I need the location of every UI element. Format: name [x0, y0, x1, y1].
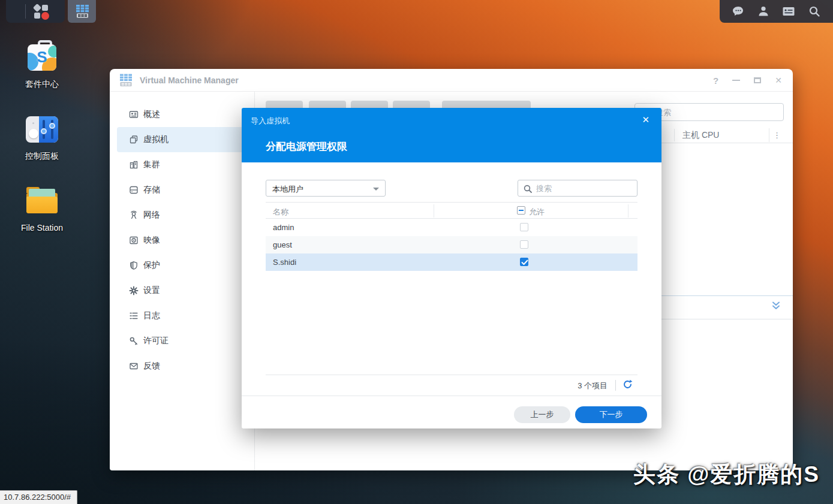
search-icon[interactable] — [808, 5, 821, 18]
permissions-table: 名称 允许 admin guest S.shidi — [266, 202, 637, 271]
taskbar-tray — [720, 0, 833, 23]
sidebar-label: 保护 — [143, 260, 160, 271]
column-host-cpu[interactable]: 主机 CPU — [682, 130, 719, 141]
table-row-admin[interactable]: admin — [266, 219, 637, 236]
launcher-square — [42, 5, 48, 11]
envelope-icon — [129, 361, 139, 371]
image-icon — [129, 236, 139, 245]
log-list-icon — [129, 311, 139, 321]
table-row-guest[interactable]: guest — [266, 236, 637, 253]
sidebar-label: 存储 — [143, 185, 160, 195]
user-name: guest — [273, 240, 292, 249]
table-row-sshidi[interactable]: S.shidi — [266, 253, 637, 271]
app-launcher-icon[interactable] — [34, 4, 49, 20]
dialog-step-heading: 分配电源管理权限 — [266, 140, 347, 153]
cluster-icon — [129, 160, 139, 170]
taskbar-divider — [25, 4, 26, 19]
column-divider — [674, 129, 675, 141]
sidebar-item-image[interactable]: 映像 — [110, 228, 254, 253]
allow-checkbox-unchecked[interactable] — [520, 223, 528, 231]
virtual-machine-icon — [129, 135, 139, 144]
back-button[interactable]: 上一步 — [514, 406, 570, 423]
allow-checkbox-checked[interactable] — [520, 258, 528, 266]
sidebar-item-settings[interactable]: 设置 — [110, 278, 254, 303]
next-button[interactable]: 下一步 — [575, 406, 647, 423]
package-center-icon: S — [25, 40, 59, 74]
dialog-footer-divider — [242, 396, 661, 396]
dialog-search-input[interactable] — [536, 181, 635, 195]
expand-chevrons-icon[interactable] — [771, 301, 781, 310]
sidebar-label: 日志 — [143, 310, 160, 321]
control-panel-icon — [25, 111, 59, 146]
footer-separator — [615, 380, 616, 391]
sidebar-item-overview[interactable]: 概述 — [110, 102, 254, 127]
sidebar-label: 虚拟机 — [143, 134, 169, 145]
close-window-button[interactable]: ✕ — [775, 76, 782, 85]
column-allow[interactable]: 允许 — [529, 207, 545, 218]
chat-icon[interactable] — [732, 5, 745, 18]
sidebar-label: 概述 — [143, 109, 160, 120]
dialog-search-box — [518, 180, 637, 197]
taskbar-left-group — [6, 0, 65, 23]
user-name: S.shidi — [273, 258, 296, 267]
key-icon — [129, 336, 139, 346]
table-header-row: 名称 允许 — [266, 202, 637, 219]
desktop-icon-package-center[interactable]: S 套件中心 — [6, 40, 78, 90]
desktop-icon-label: 控制面板 — [6, 151, 78, 162]
allow-all-checkbox-indeterminate[interactable] — [517, 206, 525, 215]
sidebar-item-storage[interactable]: 存储 — [110, 177, 254, 203]
sidebar-label: 反馈 — [143, 361, 160, 372]
dialog-close-icon[interactable]: ✕ — [642, 114, 649, 125]
watermark-text: 头条 @爱折腾的S — [633, 460, 820, 490]
column-divider — [628, 204, 628, 218]
sidebar-label: 集群 — [143, 159, 160, 170]
column-menu-icon[interactable]: ⋮ — [769, 128, 784, 142]
sidebar-label: 网络 — [143, 210, 160, 221]
maximize-button[interactable] — [754, 77, 761, 83]
sidebar-item-network[interactable]: 网络 — [110, 203, 254, 228]
dialog-title: 导入虚拟机 — [251, 116, 290, 126]
chevron-down-icon — [373, 188, 379, 191]
dialog-header: 导入虚拟机 ✕ 分配电源管理权限 — [242, 108, 661, 162]
shield-icon — [129, 261, 139, 270]
widgets-icon[interactable] — [781, 5, 796, 18]
search-icon — [523, 184, 533, 194]
item-count: 3 个项目 — [578, 381, 608, 391]
minimize-button[interactable] — [732, 80, 740, 81]
sidebar-item-cluster[interactable]: 集群 — [110, 152, 254, 177]
user-icon[interactable] — [757, 5, 770, 18]
desktop-icon-file-station[interactable]: File Station — [6, 183, 78, 233]
user-type-dropdown[interactable]: 本地用户 — [266, 180, 386, 197]
sidebar-item-log[interactable]: 日志 — [110, 303, 254, 328]
dropdown-value: 本地用户 — [272, 184, 303, 195]
sidebar-item-feedback[interactable]: 反馈 — [110, 354, 254, 379]
gear-icon — [129, 286, 139, 295]
allow-checkbox-unchecked[interactable] — [520, 240, 528, 249]
sidebar-item-virtual-machine[interactable]: 虚拟机 — [117, 127, 254, 152]
sidebar-item-license[interactable]: 许可证 — [110, 328, 254, 354]
help-button[interactable]: ? — [713, 76, 718, 86]
taskbar-item-vmm[interactable] — [68, 0, 96, 23]
user-name: admin — [273, 223, 294, 232]
column-divider — [434, 204, 434, 218]
browser-status-url: 10.7.86.222:5000/# — [0, 490, 77, 504]
sidebar-label: 映像 — [143, 235, 160, 246]
sidebar-label: 设置 — [143, 285, 160, 296]
vmm-icon — [74, 4, 90, 19]
sidebar-label: 许可证 — [143, 336, 169, 346]
desktop-icon-control-panel[interactable]: 控制面板 — [6, 111, 78, 162]
sidebar: 概述 虚拟机 集群 存储 网络 映像 保护 设置 — [110, 92, 255, 470]
window-titlebar[interactable]: Virtual Machine Manager ? ✕ — [110, 69, 793, 92]
check-icon — [521, 259, 528, 265]
network-icon — [129, 210, 139, 220]
vmm-window-icon — [118, 74, 134, 87]
desktop-icon-label: File Station — [6, 223, 78, 233]
refresh-icon[interactable] — [623, 379, 633, 390]
column-name[interactable]: 名称 — [273, 207, 288, 218]
launcher-red-dot — [41, 12, 49, 20]
import-vm-dialog: 导入虚拟机 ✕ 分配电源管理权限 本地用户 名称 允许 admin guest — [242, 108, 661, 428]
storage-icon — [129, 185, 139, 195]
overview-icon — [129, 110, 139, 119]
sidebar-item-protection[interactable]: 保护 — [110, 253, 254, 278]
launcher-square — [34, 13, 40, 19]
